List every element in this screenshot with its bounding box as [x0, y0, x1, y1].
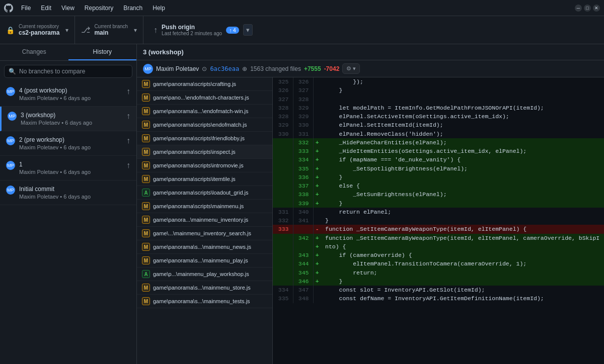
- line-num-new: 338: [293, 190, 313, 199]
- commit-item-1[interactable]: MP 4 (post workshop) Maxim Poletaev • 6 …: [0, 82, 136, 107]
- branch-compare-input[interactable]: 🔍 No branches to compare: [4, 65, 132, 78]
- push-label: Push origin: [162, 24, 222, 31]
- line-code: _HideItemEntities(oSettings.active_item_…: [321, 147, 604, 155]
- file-item[interactable]: Mgame\panorama\scripts\friendlobby.js: [137, 132, 272, 145]
- close-button[interactable]: ✕: [593, 5, 600, 12]
- file-item[interactable]: Mgame\panorama\scripts\inspect.js: [137, 145, 272, 159]
- line-code: const defName = InventoryAPI.GetItemDefi…: [321, 294, 604, 303]
- line-num-new: 335: [293, 164, 313, 173]
- diff-line: 329330 elPanel.SetItemItemId(itemId);: [273, 121, 604, 129]
- file-badge-icon: M: [142, 229, 150, 237]
- commit-meta: Maxim Poletaev • 6 days ago: [21, 120, 122, 126]
- title-bar: File Edit View Repository Branch Help ─ …: [0, 0, 604, 16]
- file-item[interactable]: Mgame\panorama\s...\mainmenu_tests.js: [137, 295, 272, 308]
- commit-icon: ⊙: [202, 65, 207, 72]
- line-code: }: [321, 173, 604, 181]
- file-badge-icon: A: [142, 270, 150, 278]
- menu-repository[interactable]: Repository: [81, 4, 117, 13]
- file-item[interactable]: Mgame\panorama\scripts\itemtile.js: [137, 172, 272, 186]
- line-marker: +: [313, 147, 321, 155]
- line-num-new: 342: [293, 234, 313, 242]
- menu-file[interactable]: File: [17, 4, 35, 13]
- diff-body: Mgame\panorama\scripts\crafting.jsMgame\…: [137, 77, 604, 364]
- line-code: [321, 95, 604, 104]
- commit-item-3[interactable]: MP 2 (pre workshop) Maxim Poletaev • 6 d…: [0, 131, 136, 156]
- menu-branch[interactable]: Branch: [119, 4, 146, 13]
- commit-title: 4 (post workshop): [19, 87, 122, 94]
- line-code: if (mapName === 'de_nuke_vanity') {: [321, 155, 604, 164]
- line-num-old: 330: [273, 130, 293, 138]
- menu-view[interactable]: View: [57, 4, 79, 13]
- file-badge-icon: M: [142, 202, 150, 210]
- file-item[interactable]: Mgame\panorama\scripts\endofmatch.js: [137, 118, 272, 132]
- line-num-old: [273, 155, 293, 164]
- commit-author-avatar: MP: [143, 64, 153, 74]
- file-item[interactable]: Mgame\panorama\s...\endofmatch-win.js: [137, 105, 272, 118]
- tab-changes[interactable]: Changes: [0, 44, 68, 60]
- toolbar: 🔒 Current repository cs2-panorama ▾ ⎇ Cu…: [0, 16, 604, 44]
- avatar: MP: [6, 186, 15, 195]
- file-badge-icon: M: [142, 297, 150, 305]
- file-item[interactable]: Mgame\panorama\scripts\crafting.js: [137, 77, 272, 91]
- repo-dropdown-icon: ▾: [65, 27, 68, 34]
- line-num-new: 328: [293, 95, 313, 104]
- menu-help[interactable]: Help: [148, 4, 169, 13]
- commit-item-2[interactable]: MP 3 (workshop) Maxim Poletaev • 6 days …: [0, 107, 136, 131]
- line-code: if (cameraOverride) {: [321, 251, 604, 259]
- line-code: return;: [321, 268, 604, 277]
- sidebar: Changes History 🔍 No branches to compare…: [0, 44, 137, 364]
- current-branch-section[interactable]: ⎇ Current branch main ▾: [75, 16, 143, 44]
- commit-title-main: 3 (workshop): [143, 48, 184, 56]
- file-item[interactable]: Mgame\panorama\s...\mainmenu_store.js: [137, 281, 272, 295]
- file-path: game\panorama\scripts\inspect.js: [153, 149, 236, 155]
- sidebar-tabs: Changes History: [0, 44, 136, 61]
- repo-name: cs2-panorama: [19, 29, 59, 36]
- line-marker: [313, 121, 321, 129]
- diff-line: 335+ _SetSpotlightBrightness(elPanel);: [273, 164, 604, 173]
- file-item[interactable]: Mgame\panorama\s...\mainmenu_news.js: [137, 240, 272, 254]
- file-item[interactable]: Agame\p...\mainmenu_play_workshop.js: [137, 267, 272, 281]
- line-num-old: 335: [273, 294, 293, 303]
- commit-item-4[interactable]: MP 1 Maxim Poletaev • 6 days ago ↑: [0, 156, 136, 180]
- line-num-old: [273, 181, 293, 190]
- diff-settings-button[interactable]: ⚙ ▾: [342, 63, 360, 74]
- repo-text: Current repository cs2-panorama: [19, 24, 59, 36]
- line-num-new: 344: [293, 259, 313, 268]
- line-num-new: 329: [293, 104, 313, 112]
- maximize-button[interactable]: □: [584, 5, 591, 12]
- commit-item-5[interactable]: MP Initial commit Maxim Poletaev • 6 day…: [0, 180, 136, 205]
- tab-history[interactable]: History: [68, 44, 137, 60]
- file-item[interactable]: Agame\panorama\scripts\loadout_grid.js: [137, 186, 272, 200]
- push-up-icon: ↑: [126, 112, 130, 121]
- line-num-new: [293, 225, 313, 233]
- diff-line: 339+ }: [273, 199, 604, 208]
- repo-label: Current repository: [19, 24, 59, 29]
- line-num-old: 325: [273, 77, 293, 86]
- diff-header: MP Maxim Poletaev ⊙ 6ac36eaa ⊕ 1563 chan…: [137, 60, 604, 77]
- line-marker: +: [313, 138, 321, 147]
- line-num-old: 332: [273, 216, 293, 225]
- push-origin-section[interactable]: ↑ Push origin Last fetched 2 minutes ago…: [147, 24, 259, 36]
- commit-hash: 6ac36eaa: [210, 65, 239, 72]
- file-item[interactable]: Mgame\panorama\scripts\intromovie.js: [137, 159, 272, 172]
- file-item[interactable]: Mgame\...\mainmenu_inventory_search.js: [137, 227, 272, 240]
- minimize-button[interactable]: ─: [575, 5, 582, 12]
- push-dropdown-button[interactable]: ▾: [243, 24, 253, 36]
- file-badge-icon: M: [142, 161, 150, 169]
- line-code: _SetSpotlightBrightness(elPanel);: [321, 164, 604, 173]
- file-item[interactable]: Mgame\panorama\scripts\mainmenu.js: [137, 200, 272, 213]
- line-code: }: [321, 216, 604, 225]
- current-repo-section[interactable]: 🔒 Current repository cs2-panorama ▾: [6, 16, 75, 44]
- menu-edit[interactable]: Edit: [37, 4, 55, 13]
- diff-line: 346+ }: [273, 277, 604, 286]
- file-badge-icon: M: [142, 121, 150, 129]
- file-item[interactable]: Mgame\panora...\mainmenu_inventory.js: [137, 213, 272, 227]
- menu-bar: File Edit View Repository Branch Help: [17, 4, 169, 13]
- line-code: const slot = InventoryAPI.GetSlot(itemId…: [321, 286, 604, 294]
- file-item[interactable]: Mgame\pano...\endofmatch-characters.js: [137, 91, 272, 105]
- file-item[interactable]: Mgame\panorama\s...\mainmenu_play.js: [137, 254, 272, 267]
- commit-info: 2 (pre workshop) Maxim Poletaev • 6 days…: [19, 136, 122, 150]
- line-code: elPanel.RemoveClass('hidden');: [321, 130, 604, 138]
- lock-icon: 🔒: [6, 26, 15, 34]
- push-sublabel: Last fetched 2 minutes ago: [162, 31, 222, 36]
